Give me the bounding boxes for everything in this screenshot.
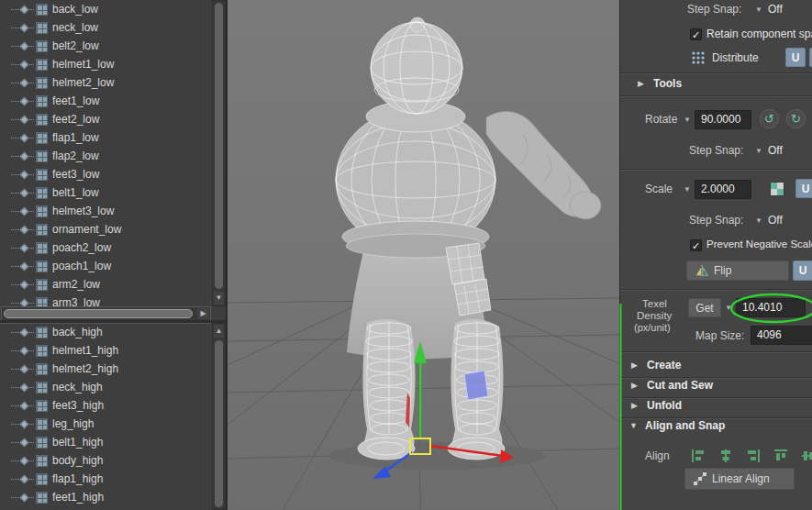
rotate-cw-button[interactable]: ↻ — [786, 109, 806, 128]
rotate-ccw-button[interactable]: ↺ — [760, 109, 779, 128]
map-size-field[interactable]: 4096 — [751, 326, 812, 345]
outliner-item[interactable]: helmet3_low — [0, 202, 211, 220]
outliner-item[interactable]: belt2_low — [0, 37, 211, 55]
tree-branch — [11, 101, 19, 102]
outliner-item[interactable]: feet1_low — [0, 92, 211, 110]
texel-checker-icon[interactable] — [768, 180, 786, 198]
transform-node-icon — [20, 438, 29, 447]
align-right-icon[interactable] — [744, 447, 762, 465]
transform-node-icon — [20, 96, 29, 105]
tree-branch — [11, 442, 19, 443]
outliner-item[interactable]: body_high — [0, 451, 211, 470]
outliner-item-label: ornament_low — [52, 223, 121, 236]
outliner-item[interactable]: back_low — [0, 0, 211, 18]
step-snap-label: Step Snap: — [689, 144, 743, 157]
prevent-negative-scale-checkbox[interactable]: ✓ — [690, 239, 702, 251]
tree-branch — [11, 9, 19, 10]
scroll-down-button[interactable]: ▼ — [214, 292, 224, 305]
scrollbar-thumb[interactable] — [215, 3, 223, 289]
align-left-icon[interactable] — [689, 447, 707, 465]
distribute-u-button[interactable]: U — [785, 48, 806, 67]
outliner-item[interactable]: helmet2_high — [0, 360, 211, 378]
chevron-down-icon[interactable]: ▼ — [725, 304, 732, 312]
outliner-item[interactable]: poach2_low — [0, 238, 211, 257]
tree-branch — [29, 229, 34, 230]
chevron-down-icon[interactable]: ▼ — [684, 116, 691, 124]
flip-u-button[interactable]: U — [793, 261, 812, 281]
distribute-button[interactable]: Distribute — [712, 51, 759, 64]
mesh-icon — [36, 327, 48, 338]
scrollbar-thumb[interactable] — [215, 340, 223, 507]
retain-component-checkbox[interactable]: ✓ — [690, 28, 702, 40]
outliner-horizontal-scrollbar[interactable]: ▶ — [1, 306, 211, 321]
outliner-item[interactable]: ornament_low — [0, 220, 211, 238]
scale-factor-field[interactable]: 2.0000 — [695, 180, 751, 199]
tree-branch — [29, 156, 34, 157]
triangle-right-icon: ▶ — [631, 401, 638, 410]
outliner-item[interactable]: helmet1_low — [0, 55, 211, 73]
outliner-item[interactable]: arm2_low — [0, 275, 211, 294]
align-center-horizontal-icon[interactable] — [717, 447, 735, 465]
scroll-right-button[interactable]: ▶ — [197, 308, 209, 319]
outliner-item[interactable]: feet3_low — [0, 165, 211, 183]
step-snap-value[interactable]: Off — [768, 214, 783, 227]
linear-align-button[interactable]: Linear Align — [684, 468, 795, 490]
selected-uv-shell[interactable] — [464, 371, 488, 400]
mesh-icon — [36, 418, 48, 430]
outliner-low-list: back_low neck_low belt2_low — [0, 0, 211, 306]
flip-button[interactable]: Flip — [686, 261, 789, 281]
distribute-icon — [689, 50, 707, 66]
get-texel-density-button[interactable]: Get — [688, 298, 721, 317]
outliner-item[interactable]: neck_high — [0, 378, 211, 396]
outliner-item[interactable]: feet2_low — [0, 110, 211, 128]
triangle-right-icon: ▶ — [638, 79, 644, 88]
outliner-item[interactable]: feet3_high — [0, 396, 211, 415]
outliner-item[interactable]: poach1_low — [0, 257, 211, 275]
outliner-item[interactable]: helmet2_low — [0, 73, 211, 92]
tree-branch — [29, 119, 34, 120]
outliner-item[interactable]: arm3_low — [0, 294, 211, 306]
mesh-icon — [36, 382, 48, 394]
outliner-item[interactable]: helmet1_high — [0, 341, 211, 360]
align-top-icon[interactable] — [772, 447, 790, 465]
outliner-item[interactable]: back_high — [0, 323, 211, 341]
tree-branch — [11, 64, 19, 65]
scroll-up-button[interactable]: ▲ — [214, 325, 224, 338]
outliner-item[interactable]: belt1_high — [0, 433, 211, 451]
transform-node-icon — [20, 382, 29, 392]
outliner-item[interactable]: leg_high — [0, 415, 211, 433]
transform-node-icon — [20, 280, 29, 289]
tree-branch — [11, 350, 19, 351]
step-snap-value[interactable]: Off — [768, 144, 783, 157]
outliner-item[interactable]: flap1_low — [0, 128, 211, 147]
chevron-down-icon[interactable]: ▼ — [755, 216, 762, 225]
tree-branch — [29, 369, 34, 370]
tree-branch — [11, 138, 19, 139]
character-mesh[interactable] — [336, 17, 601, 460]
tree-branch — [29, 211, 34, 212]
chevron-down-icon[interactable]: ▼ — [755, 6, 762, 14]
outliner-top-vertical-scrollbar[interactable]: ▼ — [212, 0, 226, 306]
texel-density-field[interactable]: 10.4010 — [736, 298, 806, 317]
chevron-down-icon[interactable]: ▼ — [755, 147, 762, 155]
mesh-icon — [36, 22, 48, 34]
scale-u-button[interactable]: U — [795, 179, 812, 198]
transform-node-icon — [20, 206, 29, 216]
outliner-item[interactable]: feet1_high — [0, 488, 211, 506]
tree-branch — [11, 119, 19, 120]
outliner-item[interactable]: belt1_low — [0, 183, 211, 202]
outliner-bottom-vertical-scrollbar[interactable]: ▲ — [212, 323, 226, 510]
tools-header-label: Tools — [653, 77, 682, 90]
rotate-angle-field[interactable]: 90.0000 — [695, 110, 751, 129]
viewport-3d[interactable] — [228, 0, 619, 510]
align-middle-icon[interactable] — [799, 447, 812, 465]
chevron-down-icon[interactable]: ▼ — [684, 185, 691, 194]
step-snap-value[interactable]: Off — [768, 3, 783, 16]
scrollbar-thumb[interactable] — [4, 309, 193, 318]
tree-branch — [29, 405, 34, 406]
viewport-3d-scene[interactable] — [228, 0, 619, 510]
outliner-item[interactable]: neck_low — [0, 18, 211, 37]
outliner-item[interactable]: flap2_low — [0, 147, 211, 165]
tree-branch — [11, 303, 19, 304]
outliner-item[interactable]: flap1_high — [0, 470, 211, 488]
